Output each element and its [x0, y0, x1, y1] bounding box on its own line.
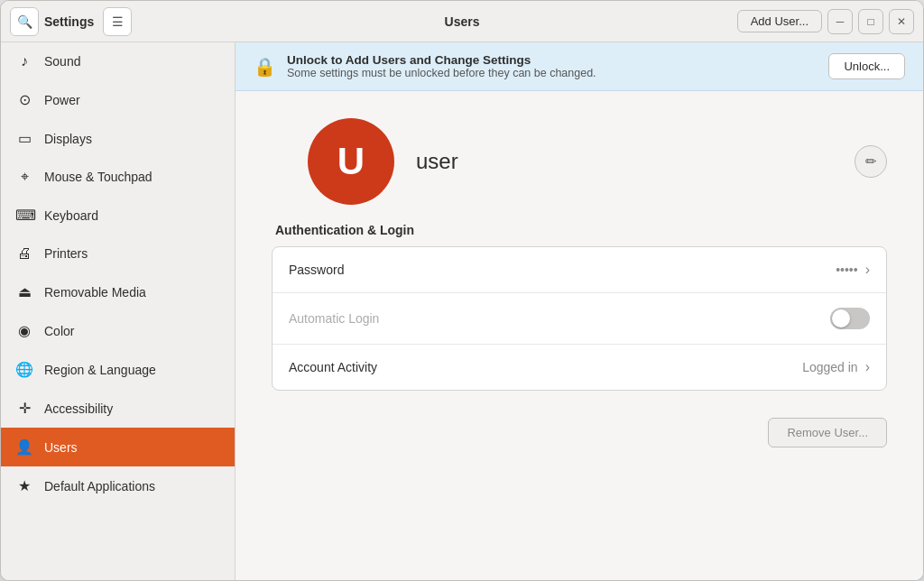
sidebar-item-label: Color: [44, 324, 74, 338]
removable-media-icon: ⏏: [15, 283, 33, 300]
avatar: U: [308, 118, 394, 205]
main-content: 🔒 Unlock to Add Users and Change Setting…: [236, 42, 923, 580]
user-profile-section: U user ✏: [236, 91, 923, 223]
sidebar-item-region-language[interactable]: 🌐 Region & Language: [1, 350, 235, 389]
sidebar-item-label: Accessibility: [44, 401, 113, 416]
password-chevron: ›: [865, 262, 870, 278]
sound-icon: ♪: [15, 53, 33, 69]
hamburger-button[interactable]: ☰: [103, 7, 132, 36]
password-label: Password: [289, 263, 836, 277]
close-icon: ✕: [897, 15, 906, 28]
hamburger-icon: ☰: [112, 14, 124, 29]
remove-section: Remove User...: [236, 409, 923, 466]
settings-window: 🔍 Settings ☰ Users Add User... ─ □ ✕: [0, 0, 924, 581]
keyboard-icon: ⌨: [15, 207, 33, 224]
mouse-touchpad-icon: ⌖: [15, 169, 33, 185]
sidebar-item-printers[interactable]: 🖨 Printers: [1, 235, 235, 272]
sidebar-item-users[interactable]: 👤 Users: [1, 428, 235, 466]
content-area: ♪ Sound ⊙ Power ▭ Displays ⌖ Mouse & Tou…: [1, 42, 923, 580]
account-activity-chevron: ›: [865, 359, 870, 375]
add-user-button[interactable]: Add User...: [737, 10, 822, 32]
sidebar-item-keyboard[interactable]: ⌨ Keyboard: [1, 196, 235, 235]
settings-label: Settings: [44, 14, 94, 29]
titlebar-left: 🔍 Settings ☰: [10, 7, 245, 36]
password-value: •••••: [836, 263, 858, 277]
auth-section-title: Authentication & Login: [272, 223, 887, 237]
minimize-icon: ─: [836, 15, 845, 28]
sidebar-item-mouse-touchpad[interactable]: ⌖ Mouse & Touchpad: [1, 158, 235, 196]
sidebar-item-displays[interactable]: ▭ Displays: [1, 119, 235, 158]
banner-text: Unlock to Add Users and Change Settings …: [287, 53, 818, 79]
displays-icon: ▭: [15, 130, 33, 147]
banner-title: Unlock to Add Users and Change Settings: [287, 53, 818, 67]
automatic-login-toggle[interactable]: [830, 308, 870, 329]
maximize-button[interactable]: □: [858, 9, 883, 34]
titlebar: 🔍 Settings ☰ Users Add User... ─ □ ✕: [1, 1, 923, 42]
account-activity-label: Account Activity: [289, 360, 802, 374]
sidebar-item-color[interactable]: ◉ Color: [1, 311, 235, 350]
sidebar-item-label: Power: [44, 93, 80, 107]
auth-section: Authentication & Login Password ••••• › …: [236, 223, 923, 409]
sidebar-item-power[interactable]: ⊙ Power: [1, 80, 235, 119]
accessibility-icon: ✛: [15, 400, 33, 417]
color-icon: ◉: [15, 322, 33, 339]
default-applications-icon: ★: [15, 477, 33, 494]
sidebar-item-removable-media[interactable]: ⏏ Removable Media: [1, 272, 235, 311]
sidebar-item-label: Keyboard: [44, 208, 98, 223]
sidebar-item-label: Default Applications: [44, 479, 155, 493]
titlebar-right: Add User... ─ □ ✕: [679, 9, 914, 34]
account-activity-value: Logged in: [802, 360, 858, 374]
password-row[interactable]: Password ••••• ›: [273, 247, 886, 293]
sidebar-item-label: Removable Media: [44, 285, 146, 300]
account-activity-row[interactable]: Account Activity Logged in ›: [273, 345, 886, 390]
auth-list: Password ••••• › Automatic Login Account…: [272, 246, 887, 391]
edit-icon: ✏: [865, 153, 877, 170]
search-icon: 🔍: [17, 14, 32, 29]
username-label: user: [416, 149, 833, 174]
banner-subtitle: Some settings must be unlocked before th…: [287, 67, 818, 79]
lock-icon: 🔒: [254, 56, 276, 78]
sidebar-item-sound[interactable]: ♪ Sound: [1, 42, 235, 80]
edit-user-button[interactable]: ✏: [855, 145, 887, 178]
power-icon: ⊙: [15, 91, 33, 108]
remove-user-button[interactable]: Remove User...: [768, 418, 887, 447]
sidebar-item-label: Mouse & Touchpad: [44, 170, 152, 184]
sidebar-item-accessibility[interactable]: ✛ Accessibility: [1, 389, 235, 428]
maximize-icon: □: [867, 15, 873, 28]
sidebar-item-label: Displays: [44, 132, 92, 146]
search-button[interactable]: 🔍: [10, 7, 39, 36]
sidebar: ♪ Sound ⊙ Power ▭ Displays ⌖ Mouse & Tou…: [1, 42, 236, 580]
sidebar-item-label: Printers: [44, 246, 88, 261]
avatar-letter: U: [337, 140, 365, 183]
automatic-login-label: Automatic Login: [289, 311, 830, 326]
unlock-button[interactable]: Unlock...: [828, 53, 905, 79]
sidebar-item-default-applications[interactable]: ★ Default Applications: [1, 466, 235, 505]
sidebar-item-label: Region & Language: [44, 363, 156, 377]
unlock-banner: 🔒 Unlock to Add Users and Change Setting…: [236, 42, 923, 91]
close-button[interactable]: ✕: [889, 9, 914, 34]
users-icon: 👤: [15, 438, 33, 456]
window-title: Users: [245, 14, 679, 29]
automatic-login-row: Automatic Login: [273, 293, 886, 345]
sidebar-item-label: Sound: [44, 54, 80, 69]
minimize-button[interactable]: ─: [827, 9, 853, 34]
sidebar-item-label: Users: [44, 440, 78, 455]
region-language-icon: 🌐: [15, 361, 33, 378]
printers-icon: 🖨: [15, 245, 33, 262]
